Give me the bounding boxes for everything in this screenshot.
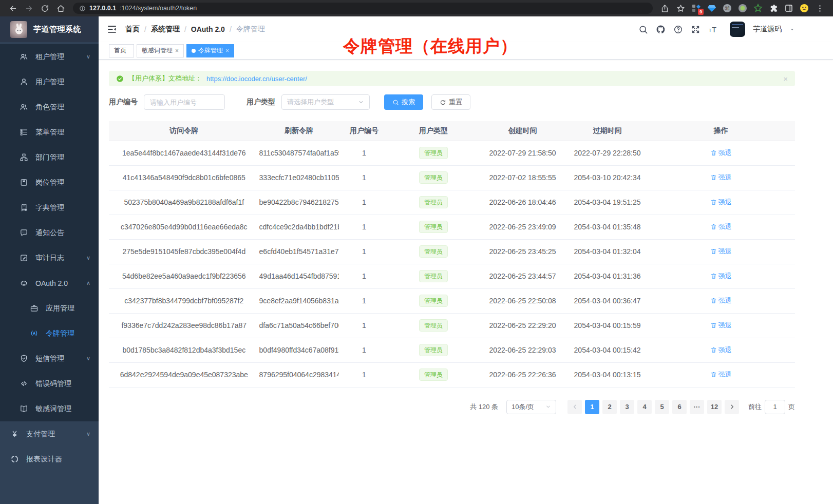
- force-logout-button[interactable]: 强退: [710, 296, 732, 305]
- sidebar-item[interactable]: 用户管理: [0, 69, 99, 94]
- force-logout-button[interactable]: 强退: [710, 148, 732, 158]
- user-type-cell: 管理员: [389, 215, 477, 239]
- star-green-icon[interactable]: [753, 4, 763, 13]
- page-number-button[interactable]: 1: [585, 400, 599, 414]
- tab[interactable]: 首页: [109, 44, 134, 57]
- created-at-cell: 2022-06-25 23:49:09: [477, 215, 567, 239]
- created-at-cell: 2022-06-25 23:45:25: [477, 239, 567, 264]
- alert-close-icon[interactable]: ×: [783, 74, 788, 83]
- force-logout-button[interactable]: 强退: [710, 370, 732, 379]
- sidebar-item[interactable]: OAuth 2.0 ∧: [0, 270, 99, 296]
- search-icon[interactable]: [638, 25, 648, 34]
- sidebar-item[interactable]: 应用管理: [0, 296, 99, 321]
- sidebar-item[interactable]: 通知公告: [0, 220, 99, 245]
- force-logout-button[interactable]: 强退: [710, 198, 732, 207]
- profile-emoji-icon[interactable]: [800, 4, 809, 13]
- help-icon[interactable]: [673, 25, 683, 34]
- menu-item-icon: [20, 404, 28, 413]
- sidebar-item[interactable]: 支付管理 ∨: [0, 421, 99, 447]
- reload-icon[interactable]: [41, 4, 49, 13]
- gem-icon[interactable]: [707, 4, 716, 13]
- menu-item-label: 短信管理: [35, 354, 86, 363]
- page-number-button[interactable]: 6: [672, 400, 687, 414]
- menu-item-icon: [20, 178, 28, 187]
- table-header-row: 访问令牌刷新令牌用户编号用户类型创建时间过期时间操作: [109, 121, 795, 141]
- page-number-button[interactable]: 4: [637, 400, 652, 414]
- collapse-sidebar-icon[interactable]: [107, 24, 117, 34]
- sidebar-item[interactable]: 岗位管理: [0, 170, 99, 195]
- breadcrumb-item[interactable]: 首页: [125, 25, 140, 34]
- force-logout-button[interactable]: 强退: [710, 222, 732, 231]
- page-number-button[interactable]: 2: [602, 400, 617, 414]
- tab[interactable]: 令牌管理 ×: [186, 44, 234, 57]
- table-row: b0d1785bc3a8482f812db4a3f3bd15ec b0df498…: [109, 338, 795, 362]
- sidebar-item[interactable]: 角色管理: [0, 94, 99, 120]
- browser-menu-icon[interactable]: [816, 4, 824, 13]
- page-number-button[interactable]: 3: [620, 400, 634, 414]
- sidebar-item[interactable]: 租户管理 ∨: [0, 44, 99, 69]
- menu-item-icon: [10, 455, 19, 463]
- chevron-icon: ∨: [86, 355, 90, 362]
- next-page-button[interactable]: [725, 400, 739, 414]
- close-icon[interactable]: ×: [225, 48, 229, 54]
- page-number-button[interactable]: 5: [655, 400, 669, 414]
- page-number-button[interactable]: 12: [707, 400, 722, 414]
- goto-page-input[interactable]: [765, 400, 785, 414]
- font-size-icon[interactable]: [708, 25, 718, 34]
- close-icon[interactable]: ×: [175, 48, 179, 54]
- force-logout-button[interactable]: 强退: [710, 321, 732, 330]
- sidebar-item[interactable]: 菜单管理: [0, 120, 99, 145]
- doc-link[interactable]: https://doc.iocoder.cn/user-center/: [206, 75, 307, 83]
- command-circle-icon[interactable]: ⌘: [723, 4, 732, 13]
- share-icon[interactable]: [660, 4, 669, 13]
- address-bar[interactable]: 127.0.0.1:1024/system/oauth2/token: [73, 3, 653, 14]
- logo-avatar: [10, 21, 27, 38]
- back-icon[interactable]: [9, 4, 17, 13]
- user-menu-caret-icon[interactable]: [789, 27, 795, 32]
- prev-page-button[interactable]: [567, 400, 582, 414]
- app-logo[interactable]: 芋道管理系统: [0, 16, 99, 42]
- reset-button[interactable]: 重置: [431, 94, 470, 110]
- bookmark-star-icon[interactable]: [676, 4, 685, 13]
- sidebar-item[interactable]: 字典管理: [0, 195, 99, 220]
- breadcrumb-item[interactable]: 系统管理: [151, 25, 180, 34]
- sidebar-item[interactable]: 令牌管理: [0, 321, 99, 346]
- menu-item-icon: [20, 203, 28, 212]
- alert-text: 【用户体系】文档地址：: [128, 74, 202, 83]
- force-logout-button[interactable]: 强退: [710, 247, 732, 256]
- force-logout-button[interactable]: 强退: [710, 345, 732, 355]
- reader-mode-icon[interactable]: [784, 4, 793, 13]
- user-avatar[interactable]: [730, 22, 745, 37]
- goto-unit-label: 页: [788, 402, 795, 412]
- user-id-cell: 1: [339, 313, 390, 338]
- home-icon[interactable]: [56, 4, 65, 13]
- top-navbar: 首页 / 系统管理 / OAuth 2.0 / 令牌管理: [99, 16, 833, 42]
- sidebar-item[interactable]: 错误码管理: [0, 371, 99, 396]
- sidebar-item[interactable]: 报表设计器: [0, 447, 99, 472]
- sidebar-item[interactable]: 审计日志 ∨: [0, 245, 99, 270]
- user-name[interactable]: 芋道源码: [753, 25, 782, 34]
- force-logout-button[interactable]: 强退: [710, 173, 732, 182]
- search-button[interactable]: 搜索: [384, 94, 423, 110]
- user-type-badge: 管理员: [419, 147, 448, 159]
- user-type-select[interactable]: 请选择用户类型: [281, 94, 370, 110]
- page-number-button[interactable]: ···: [690, 400, 704, 414]
- page-size-select[interactable]: 10条/页: [506, 400, 556, 414]
- sidebar-item[interactable]: 短信管理 ∨: [0, 346, 99, 371]
- sidebar-item[interactable]: 敏感词管理: [0, 396, 99, 421]
- puzzle-icon[interactable]: [769, 4, 778, 13]
- user-id-input[interactable]: [144, 94, 225, 110]
- breadcrumb-item[interactable]: OAuth 2.0: [191, 25, 225, 33]
- menu-item-icon: [30, 304, 39, 313]
- grid-extension-icon[interactable]: 9: [692, 4, 701, 13]
- tab[interactable]: 敏感词管理 ×: [137, 44, 184, 57]
- forward-icon[interactable]: [25, 4, 33, 13]
- record-circle-icon[interactable]: [738, 4, 747, 13]
- site-info-icon[interactable]: [79, 5, 86, 12]
- github-icon[interactable]: [656, 25, 666, 34]
- fullscreen-icon[interactable]: [691, 25, 701, 34]
- breadcrumb-item[interactable]: 令牌管理: [236, 25, 265, 34]
- user-type-badge: 管理员: [419, 245, 448, 258]
- sidebar-item[interactable]: 部门管理: [0, 145, 99, 170]
- force-logout-button[interactable]: 强退: [710, 272, 732, 281]
